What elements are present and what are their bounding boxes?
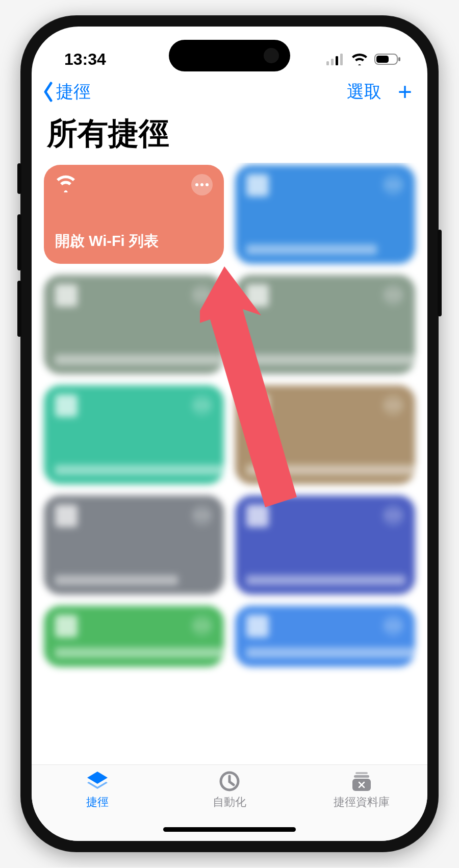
chevron-left-icon (41, 81, 56, 103)
card-icon (55, 505, 78, 527)
card-more-button[interactable] (382, 615, 404, 636)
card-label (246, 355, 427, 365)
back-label: 捷徑 (56, 80, 91, 104)
shortcut-card[interactable] (44, 275, 224, 374)
tab-shortcuts[interactable]: 捷徑 (32, 770, 164, 841)
svg-rect-8 (355, 772, 368, 774)
shortcut-card[interactable] (235, 275, 415, 374)
shortcut-card[interactable] (235, 606, 415, 667)
card-more-button[interactable] (382, 284, 404, 306)
card-label (55, 648, 250, 658)
card-icon (246, 505, 269, 527)
svg-rect-9 (354, 775, 369, 778)
battery-icon (374, 53, 401, 65)
card-label (55, 355, 222, 365)
card-label: 開啟 Wi-Fi 列表 (55, 231, 213, 255)
shortcut-card[interactable] (44, 495, 224, 594)
shortcut-card-wifi[interactable]: 開啟 Wi-Fi 列表 (44, 165, 224, 264)
svg-rect-0 (326, 61, 329, 65)
phone-frame: 13:34 (20, 15, 439, 852)
card-icon (246, 394, 269, 417)
card-more-button[interactable] (382, 394, 404, 416)
card-icon (246, 174, 269, 196)
tab-label: 捷徑資料庫 (334, 795, 390, 810)
back-button[interactable]: 捷徑 (41, 80, 91, 104)
status-indicators (326, 53, 401, 65)
shortcut-card[interactable] (44, 606, 224, 667)
shortcut-card[interactable] (44, 385, 224, 484)
svg-rect-6 (398, 57, 400, 61)
card-more-button[interactable] (191, 174, 213, 195)
shortcut-card[interactable] (235, 495, 415, 594)
automation-icon (217, 770, 242, 792)
svg-rect-2 (336, 56, 338, 65)
tab-label: 自動化 (213, 795, 246, 810)
card-label (246, 465, 427, 475)
cellular-icon (326, 53, 345, 65)
power-button (438, 230, 442, 316)
select-button[interactable]: 選取 (347, 80, 381, 104)
shortcut-card[interactable] (235, 385, 415, 484)
wifi-icon (351, 53, 368, 65)
card-more-button[interactable] (191, 284, 213, 306)
card-label (55, 575, 178, 585)
card-label (246, 244, 377, 255)
shortcut-card[interactable] (235, 165, 415, 264)
card-icon (246, 284, 269, 307)
side-button (17, 163, 21, 194)
volume-down-button (17, 281, 21, 337)
dynamic-island (169, 40, 290, 71)
card-more-button[interactable] (382, 505, 404, 526)
svg-rect-3 (340, 54, 343, 65)
page-title: 所有捷徑 (32, 107, 427, 163)
screen: 13:34 (32, 27, 427, 841)
tab-label: 捷徑 (86, 795, 109, 810)
card-icon (55, 284, 78, 307)
card-more-button[interactable] (191, 394, 213, 416)
volume-up-button (17, 214, 21, 270)
card-more-button[interactable] (382, 174, 404, 195)
tab-bar: 捷徑 自動化 捷徑資料庫 (32, 764, 427, 841)
card-more-button[interactable] (191, 505, 213, 526)
wifi-icon (55, 174, 76, 192)
svg-rect-1 (331, 59, 334, 65)
shortcuts-icon (85, 770, 110, 792)
card-icon (55, 394, 78, 417)
card-more-button[interactable] (191, 615, 213, 636)
shortcuts-grid[interactable]: 開啟 Wi-Fi 列表 (32, 163, 427, 764)
card-icon (55, 615, 78, 637)
add-button[interactable]: + (398, 80, 412, 104)
card-icon (246, 615, 269, 637)
card-label (246, 575, 405, 585)
status-time: 13:34 (64, 50, 106, 69)
tab-gallery[interactable]: 捷徑資料庫 (295, 770, 427, 841)
home-indicator[interactable] (163, 827, 296, 832)
nav-bar: 捷徑 選取 + (32, 78, 427, 107)
gallery-icon (349, 770, 374, 792)
svg-rect-5 (376, 56, 389, 63)
card-label (246, 648, 427, 658)
